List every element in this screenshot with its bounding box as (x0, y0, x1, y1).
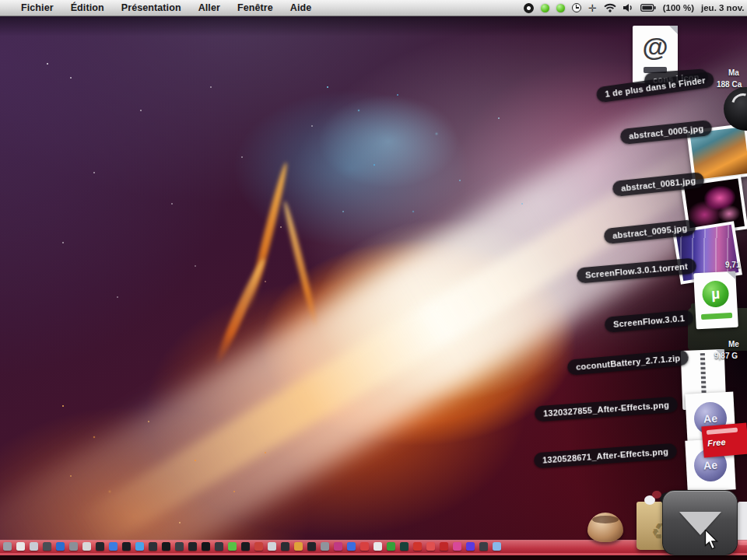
zipper-icon (700, 353, 707, 397)
desktop-wallpaper[interactable] (0, 16, 747, 560)
dock-app-icon[interactable] (202, 542, 210, 551)
torrent-label-band (701, 313, 732, 320)
volume-icon[interactable] (623, 3, 633, 12)
wallpaper-light-beam-core (73, 132, 736, 554)
dock-app-icon[interactable] (374, 542, 382, 551)
desktop-screen: Fichier Édition Présentation Aller Fenêt… (0, 0, 747, 560)
dock-app-icon[interactable] (294, 542, 303, 551)
dock-app-icon[interactable] (347, 542, 356, 551)
dock-app-icon[interactable] (96, 542, 104, 551)
dock (3, 540, 501, 552)
dock-app-icon[interactable] (69, 542, 78, 551)
wallpaper-light-beam (0, 16, 747, 560)
screen-recording-icon[interactable] (524, 3, 534, 13)
edge-label-fragment: 9,87 G (714, 352, 738, 360)
time-machine-icon[interactable] (572, 3, 581, 12)
dock-app-icon[interactable] (175, 542, 184, 551)
dock-app-icon[interactable] (135, 542, 144, 551)
edge-label-fragment: 9,71 (725, 261, 740, 269)
battery-percentage[interactable]: (100 %) (663, 3, 694, 12)
dock-app-icon[interactable] (493, 542, 501, 551)
banner-blurred-text (707, 428, 738, 435)
scroll-down-button[interactable] (662, 490, 738, 555)
menu-items: Fichier Édition Présentation Aller Fenêt… (0, 2, 320, 13)
dock-app-icon[interactable] (360, 542, 369, 551)
dock-app-icon[interactable] (162, 542, 170, 551)
dock-app-icon[interactable] (400, 542, 409, 551)
dock-app-icon[interactable] (30, 542, 38, 551)
menu-fenetre[interactable]: Fenêtre (229, 2, 282, 13)
dock-app-icon[interactable] (479, 542, 488, 551)
dock-app-icon[interactable] (426, 542, 435, 551)
universal-access-icon[interactable]: ✛ (588, 3, 597, 13)
dock-app-icon[interactable] (387, 542, 395, 551)
status-orb-icon[interactable] (541, 4, 549, 12)
edge-label-fragment: Me (728, 340, 739, 348)
screen-bottom-strip (0, 555, 747, 560)
dock-app-icon[interactable] (43, 542, 51, 551)
dock-app-icon[interactable] (149, 542, 157, 551)
banner-free-text: Free (707, 436, 744, 448)
dock-app-icon[interactable] (241, 542, 250, 551)
dock-app-icon[interactable] (281, 542, 289, 551)
battery-icon[interactable] (640, 4, 656, 12)
wallpaper-sparkles (62, 405, 64, 407)
dock-app-icon[interactable] (56, 542, 65, 551)
dock-app-icon[interactable] (254, 542, 263, 551)
menu-bar: Fichier Édition Présentation Aller Fenêt… (0, 0, 747, 16)
menu-presentation[interactable]: Présentation (113, 2, 190, 13)
dock-app-icon[interactable] (334, 542, 342, 551)
menu-bar-status-area: ✛ (100 %) jeu. 3 nov. 1 (524, 0, 747, 16)
dock-app-icon[interactable] (466, 542, 475, 551)
dock-app-icon[interactable] (16, 542, 25, 551)
menu-aide[interactable]: Aide (282, 2, 321, 13)
dock-app-icon[interactable] (268, 542, 276, 551)
clipped-white-icon (738, 502, 747, 545)
dock-app-icon[interactable] (82, 542, 91, 551)
edge-label-fragment: 188 Ca (717, 80, 742, 89)
torrent-file-icon[interactable]: µ (693, 271, 738, 330)
wallpaper-sparkles (47, 63, 48, 65)
utorrent-logo-icon: µ (702, 280, 730, 308)
menu-aller[interactable]: Aller (190, 2, 229, 13)
dock-app-icon[interactable] (122, 542, 131, 551)
dock-app-icon[interactable] (307, 542, 316, 551)
wallpaper-sparkles (327, 86, 328, 88)
menu-fichier[interactable]: Fichier (12, 2, 62, 13)
edge-label-fragment: Ma (728, 68, 739, 77)
red-ad-banner[interactable]: Free (701, 423, 747, 458)
dock-app-icon[interactable] (413, 542, 422, 551)
wifi-icon[interactable] (604, 3, 616, 12)
dock-app-icon[interactable] (3, 542, 12, 551)
dock-app-icon[interactable] (215, 542, 223, 551)
mouse-cursor (703, 530, 720, 550)
dock-app-icon[interactable] (440, 542, 448, 551)
dock-app-icon[interactable] (188, 542, 197, 551)
status-orb-icon[interactable] (556, 4, 565, 12)
dock-app-icon[interactable] (109, 542, 117, 551)
at-symbol-icon: @ (642, 33, 668, 60)
dock-app-icon[interactable] (321, 542, 329, 551)
menu-bar-clock[interactable]: jeu. 3 nov. 1 (701, 3, 747, 12)
menu-edition[interactable]: Édition (62, 2, 113, 13)
dock-app-icon[interactable] (228, 542, 237, 551)
wallpaper-fire-tendril (282, 200, 321, 330)
dock-app-icon[interactable] (453, 542, 461, 551)
